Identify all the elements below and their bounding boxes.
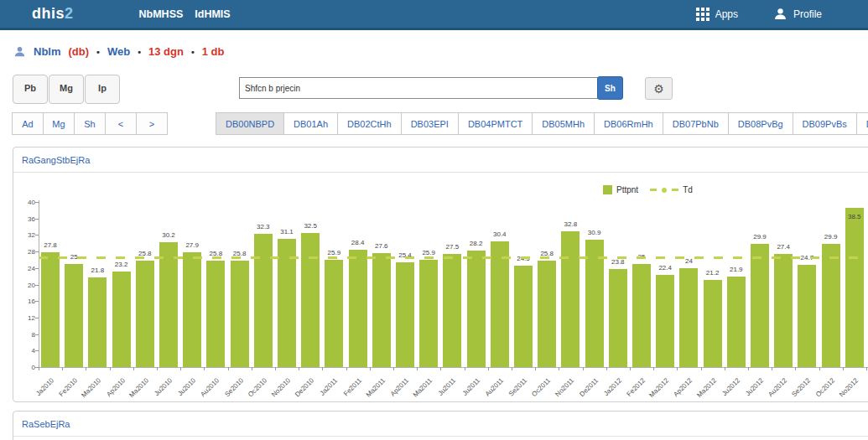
bar-value-label: 29.9 — [743, 233, 777, 241]
y-axis-label: 20 — [15, 282, 35, 289]
y-axis-label: 24 — [15, 265, 35, 272]
x-axis-tick — [795, 367, 796, 370]
x-axis-tick — [843, 367, 844, 370]
y-axis-tick — [35, 219, 39, 220]
bar-value-label: 29.9 — [814, 233, 848, 241]
bar-Fe2011[interactable] — [349, 250, 367, 367]
toolbar-button-1[interactable]: Mg — [49, 75, 84, 104]
gear-icon: ⚙ — [653, 82, 664, 96]
bar-chart: PttpntTd 048121620242832364027.8Ja201025… — [13, 173, 868, 399]
bar-value-label: 30.4 — [483, 230, 517, 238]
legend-item-1[interactable]: Td — [650, 185, 693, 194]
dashboard-action-4[interactable]: > — [136, 112, 168, 135]
dashboard-tab-10[interactable]: DB10Hb — [856, 112, 868, 135]
bar-No2012[interactable] — [845, 208, 864, 367]
message-subject-link[interactable]: Web — [107, 45, 130, 58]
dhis2-logo[interactable]: dhis2 — [32, 5, 74, 23]
settings-gear-button[interactable]: ⚙ — [645, 77, 673, 100]
bar-value-label: 30.2 — [152, 231, 185, 239]
bar-Fe2010[interactable] — [65, 264, 83, 367]
separator: • — [191, 47, 195, 57]
user-icon — [13, 45, 26, 58]
bar-Au2012[interactable] — [774, 254, 793, 367]
bar-Ma2010[interactable] — [136, 261, 154, 367]
x-axis-tick — [252, 367, 252, 370]
bar-Ma2012[interactable] — [704, 280, 722, 367]
x-axis-tick — [417, 367, 418, 370]
bar-Ma2011[interactable] — [372, 253, 391, 367]
bar-Oc2010[interactable] — [254, 234, 273, 367]
x-axis-tick — [866, 367, 867, 370]
bar-Ap2011[interactable] — [396, 262, 414, 367]
y-axis-tick — [35, 251, 39, 252]
bar-Ap2012[interactable] — [679, 268, 698, 367]
dashboard-action-1[interactable]: Mg — [43, 112, 75, 135]
x-axis-tick — [583, 367, 584, 370]
dashboard-tab-2[interactable]: DB02CtHh — [337, 112, 402, 135]
dashboard-item-second-panel: RaSebEjRa DB1_L2_OPD Diagnosis, Last 12 … — [13, 411, 868, 440]
search-button[interactable]: Sh — [597, 76, 623, 100]
bar-Ju2011[interactable] — [467, 251, 486, 367]
bar-Se2012[interactable] — [798, 265, 816, 367]
search-input[interactable] — [239, 77, 601, 99]
bar-Ja2010[interactable] — [41, 252, 60, 367]
bar-Au2010[interactable] — [206, 261, 225, 367]
toolbar-button-0[interactable]: Pb — [13, 75, 48, 104]
chart-legend[interactable]: PttpntTd — [603, 185, 693, 194]
dashboard-tab-8[interactable]: DB08PvBg — [728, 112, 793, 135]
bar-Ju2010[interactable] — [159, 242, 178, 367]
bar-Oc2011[interactable] — [538, 261, 556, 367]
dashboard-tab-1[interactable]: DB01Ah — [283, 112, 338, 135]
dashboard-tab-3[interactable]: DB03EPI — [401, 112, 459, 135]
legend-label-1: Td — [683, 185, 693, 194]
dashboard-tab-4[interactable]: DB04PMTCT — [458, 112, 533, 135]
bar-value-label: 32.5 — [294, 222, 327, 230]
x-axis-tick — [465, 367, 465, 370]
bar-Ju2012[interactable] — [727, 277, 746, 367]
dashboard-tab-5[interactable]: DB05MHh — [532, 112, 595, 135]
bar-Ma2010[interactable] — [88, 277, 107, 367]
legend-item-0[interactable]: Pttpnt — [603, 185, 638, 194]
dashboard-tab-0[interactable]: DB00NBPD — [216, 112, 284, 135]
x-axis-line — [39, 367, 868, 368]
dashboard-actions: AdMgSh<> — [13, 112, 168, 135]
bar-Se2010[interactable] — [231, 261, 249, 367]
x-axis-tick — [204, 367, 205, 370]
x-axis-tick — [653, 367, 654, 370]
y-axis-label: 32 — [15, 231, 35, 239]
profile-menu[interactable]: Profile — [773, 7, 822, 21]
bar-Ju2010[interactable] — [183, 252, 201, 367]
bar-Ja2011[interactable] — [325, 260, 343, 367]
x-axis-tick — [62, 367, 63, 370]
top-menu-item-0[interactable]: NbMHSS — [139, 8, 184, 20]
dashboard-tab-7[interactable]: DB07PbNb — [663, 112, 729, 135]
bar-Ju2012[interactable] — [751, 244, 769, 367]
bar-Ap2010[interactable] — [112, 272, 131, 367]
dashboard-action-0[interactable]: Ad — [12, 112, 44, 135]
bar-No2011[interactable] — [561, 231, 580, 367]
bar-Ja2012[interactable] — [609, 269, 627, 367]
x-axis-tick — [299, 367, 299, 370]
bar-Oc2012[interactable] — [822, 244, 840, 367]
x-axis-tick — [606, 367, 607, 370]
toolbar-button-2[interactable]: Ip — [85, 75, 120, 104]
bar-Ma2012[interactable] — [656, 275, 674, 367]
dashboard-tab-9[interactable]: DB09PvBs — [793, 112, 857, 135]
y-axis-label: 16 — [15, 298, 35, 305]
message-sender-link[interactable]: Nblm — [34, 45, 61, 58]
bar-Fe2012[interactable] — [632, 264, 651, 367]
profile-icon — [773, 7, 787, 21]
bar-Ju2011[interactable] — [443, 254, 461, 367]
y-axis-label: 36 — [15, 215, 35, 223]
bar-Ma2011[interactable] — [419, 260, 438, 367]
dashboard-action-3[interactable]: < — [105, 112, 137, 135]
message-count: 1 db — [202, 45, 225, 58]
apps-menu[interactable]: Apps — [696, 8, 738, 21]
dashboard-action-2[interactable]: Sh — [74, 112, 106, 135]
bar-Se2011[interactable] — [514, 266, 533, 367]
top-menu-item-1[interactable]: IdHMIS — [195, 8, 230, 20]
panel-action-links[interactable]: RaSebEjRa — [22, 419, 70, 429]
panel-action-links[interactable]: RaGangStbEjRa — [22, 155, 90, 165]
dashboard-tab-6[interactable]: DB06RmHh — [594, 112, 663, 135]
x-axis-tick — [228, 367, 229, 370]
